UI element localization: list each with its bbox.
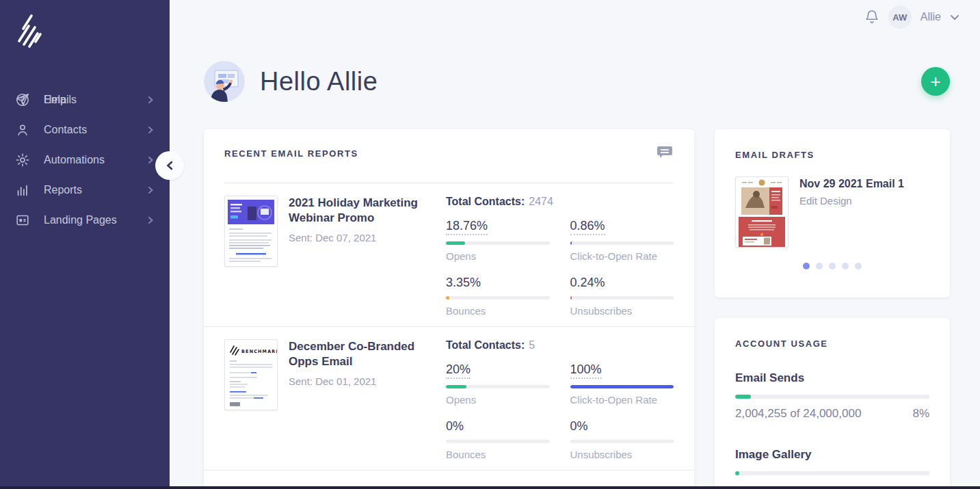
report-stats: Total Contacts:5 20% Opens 100% Click-to… [446,339,674,470]
greeting-header: Hello Allie [204,61,378,102]
total-contacts: Total Contacts:5 [446,339,674,352]
stat-label: Bounces [446,449,550,460]
progress-bar [446,385,550,388]
report-title[interactable]: 2021 Holiday Marketing Webinar Promo [289,196,429,226]
stat-label: Unsubscribes [570,305,674,317]
stat-label: Click-to-Open Rate [570,394,674,406]
progress-bar [446,440,550,443]
progress-bar [570,296,674,300]
stat-label: Opens [446,250,550,262]
usage-progress-bar [735,471,929,475]
report-sent-date: Sent: Dec 01, 2021 [289,375,429,387]
progress-bar [446,296,550,300]
stat-value[interactable]: 0.86% [570,219,605,235]
question-circle-icon [15,92,30,107]
drafts-card-title: EMAIL DRAFTS [735,150,815,160]
sidebar-item-help[interactable]: Help [0,85,170,115]
total-contacts-value: 2474 [529,196,553,207]
stat-unsubscribes: 0% Unsubscribes [570,419,674,460]
email-drafts-card: EMAIL DRAFTS [715,129,950,298]
edit-design-link[interactable]: Edit Design [799,195,904,207]
stat-value: 3.35% [446,276,481,290]
svg-text:BENCHMARK: BENCHMARK [241,349,277,354]
usage-section-label: Image Gallery [735,448,929,462]
total-contacts-value: 5 [529,339,535,351]
email-sends-usage: Email Sends 2,004,255 of 24,000,000 8% [735,371,929,421]
stat-value: 0.24% [570,276,605,290]
progress-bar [570,241,674,245]
stat-opens: 18.76% Opens [446,219,550,262]
stat-value: 0% [570,419,588,434]
usage-percent: 8% [912,407,929,421]
image-gallery-usage: Image Gallery [735,448,929,475]
stat-unsubscribes: 0.24% Unsubscribes [570,276,674,317]
stat-value[interactable]: 20% [446,362,471,379]
user-name[interactable]: Allie [921,11,941,23]
notification-bell-icon[interactable] [864,9,879,25]
usage-section-label: Email Sends [735,371,929,385]
benchmark-logo-icon[interactable] [14,11,47,51]
draft-name[interactable]: Nov 29 2021 Email 1 [799,178,904,190]
stat-value[interactable]: 100% [570,362,602,379]
progress-bar [570,440,674,443]
stat-opens: 20% Opens [446,362,550,406]
sidebar-item-label: Help [44,94,155,106]
total-contacts: Total Contacts:2474 [446,196,674,208]
pagination-dot[interactable] [816,263,823,269]
report-row: 2021 Holiday Marketing Webinar Promo Sen… [204,183,694,327]
draft-thumbnail[interactable] [735,176,789,248]
pagination-dot[interactable] [829,263,836,269]
topbar-user-area: AW Allie [864,5,959,29]
stat-label: Opens [446,394,550,406]
drafts-pagination [735,263,929,269]
report-row: BENCHMARK December Co-Branded Opps Email… [204,327,694,471]
progress-bar [446,241,550,245]
sidebar-help-section: Help [0,85,170,464]
person-illustration-avatar [204,61,245,102]
stat-value: 0% [446,419,464,434]
user-avatar[interactable]: AW [888,5,912,29]
usage-card-title: ACCOUNT USAGE [735,339,828,349]
recent-email-reports-card: RECENT EMAIL REPORTS [204,129,694,489]
window-bottom-edge [0,486,980,489]
comment-bubble-icon[interactable] [656,144,674,161]
stat-bounces: 0% Bounces [446,419,550,460]
create-new-button[interactable]: + [921,67,950,96]
chevron-down-icon[interactable] [950,14,959,21]
pagination-dot[interactable] [842,263,849,269]
progress-bar [570,385,674,388]
report-stats: Total Contacts:2474 18.76% Opens 0.86% C… [446,196,674,326]
chevron-left-icon [166,161,173,170]
account-usage-card: ACCOUNT USAGE Email Sends 2,004,255 of 2… [715,318,950,489]
usage-progress-bar [735,395,929,399]
report-sent-date: Sent: Dec 07, 2021 [289,232,429,243]
pagination-dot[interactable] [803,263,810,269]
sidebar-collapse-toggle[interactable] [155,151,184,180]
sidebar: Emails Contacts Automations Reports Land… [0,0,170,489]
report-thumbnail[interactable] [224,196,278,267]
stat-click-to-open: 100% Click-to-Open Rate [570,362,674,406]
report-thumbnail[interactable]: BENCHMARK [224,339,278,410]
stat-label: Bounces [446,305,550,317]
stat-bounces: 3.35% Bounces [446,276,550,317]
usage-detail-text: 2,004,255 of 24,000,000 [735,407,861,421]
stat-click-to-open: 0.86% Click-to-Open Rate [570,219,674,262]
reports-card-title: RECENT EMAIL REPORTS [224,148,358,159]
report-title[interactable]: December Co-Branded Opps Email [289,339,429,369]
stat-value[interactable]: 18.76% [446,219,488,235]
pagination-dot[interactable] [855,263,862,269]
page-title: Hello Allie [260,67,378,96]
stat-label: Unsubscribes [570,449,674,460]
stat-label: Click-to-Open Rate [570,250,674,262]
